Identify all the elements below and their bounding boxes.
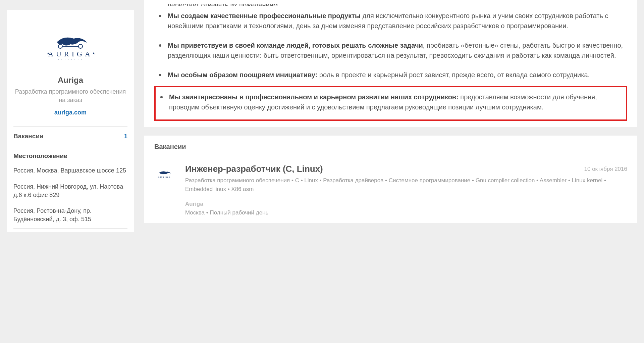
vacancy-company-logo: AURIGA (154, 164, 178, 216)
highlighted-region: Мы заинтересованы в профессиональном и к… (154, 86, 627, 121)
vacancy-location: Москва • Полный рабочий день (185, 209, 627, 216)
company-address: Россия, Москва, Варшавское шоссе 125 (13, 164, 127, 180)
company-address: Россия, Нижний Новгород, ул. Нартова д.6… (13, 180, 127, 204)
about-bullet: Мы создаем качественные профессиональные… (154, 6, 627, 36)
vacancies-card: Вакансии AURIGA Инженер-разработчик (C, … (144, 136, 637, 223)
svg-text:★: ★ (47, 51, 50, 55)
bullet-text: роль в проекте и карьерный рост зависят,… (317, 71, 590, 79)
vacancy-date: 10 октября 2016 (584, 164, 627, 173)
vacancy-item[interactable]: AURIGA Инженер-разработчик (C, Linux) 10… (154, 157, 627, 219)
bullet-bold: Мы заинтересованы в профессиональном и к… (169, 93, 459, 101)
sidebar-vacancies-count: 1 (124, 133, 127, 140)
main-content: перестает отвечать их пожеланиям. Мы соз… (144, 0, 637, 232)
bullet-bold: Мы создаем качественные профессиональные… (168, 12, 361, 19)
sidebar-vacancies-label: Вакансии (13, 133, 44, 140)
svg-text:• • • • • • • •: • • • • • • • • (58, 59, 83, 61)
company-url-link[interactable]: auriga.com (13, 109, 127, 116)
vacancy-company: Auriga (185, 201, 627, 207)
sidebar-location-label: Местоположение (13, 146, 127, 164)
vacancy-tags: Разработка программного обеспечения • C … (185, 176, 627, 193)
svg-text:AURIGA: AURIGA (48, 50, 93, 58)
bullet-bold: Мы особым образом поощряем инициативу: (168, 71, 317, 79)
svg-text:AURIGA: AURIGA (158, 176, 171, 179)
svg-point-1 (78, 44, 83, 48)
sidebar-vacancies-row[interactable]: Вакансии 1 (13, 127, 127, 146)
svg-point-0 (58, 44, 62, 48)
vacancy-title[interactable]: Инженер-разработчик (C, Linux) (185, 164, 323, 174)
divider (13, 228, 127, 229)
truncated-text: перестает отвечать их пожеланиям. (154, 0, 627, 6)
company-sidebar: AURIGA ★ ★ • • • • • • • • Auriga Разраб… (7, 10, 134, 232)
company-logo: AURIGA ★ ★ • • • • • • • • (13, 34, 127, 65)
company-address: Россия, Ростов-на-Дону, пр. Будённовский… (13, 204, 127, 228)
company-description: Разработка программного обеспечения на з… (13, 88, 127, 104)
vacancies-section-title: Вакансии (154, 143, 627, 157)
about-bullet: Мы особым образом поощряем инициативу: р… (154, 65, 627, 85)
bullet-bold: Мы приветствуем в своей команде людей, г… (168, 42, 423, 49)
company-name: Auriga (13, 76, 127, 85)
company-about-card: перестает отвечать их пожеланиям. Мы соз… (144, 0, 637, 127)
about-bullet-highlighted: Мы заинтересованы в профессиональном и к… (156, 87, 626, 117)
about-bullet: Мы приветствуем в своей команде людей, г… (154, 36, 627, 65)
svg-text:★: ★ (92, 51, 95, 55)
